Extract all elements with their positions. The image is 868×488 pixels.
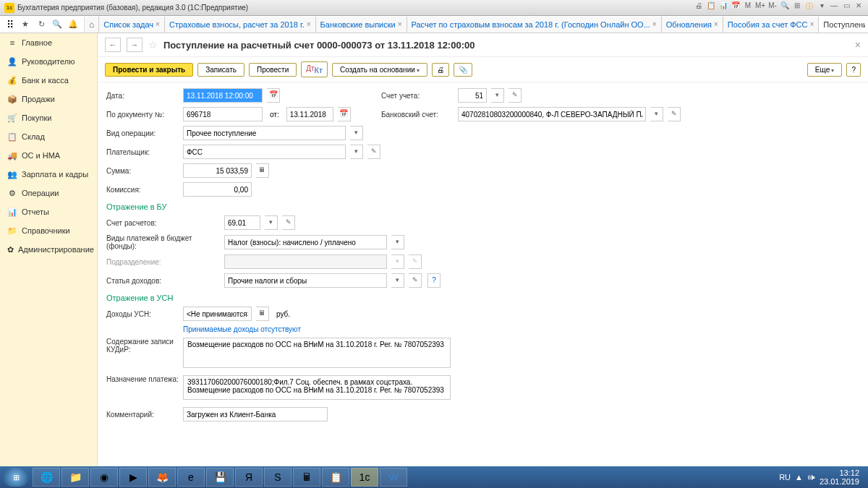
tool-icon[interactable]: 📊 xyxy=(718,1,728,12)
task-yandex[interactable]: Я xyxy=(235,468,263,487)
tray-lang[interactable]: RU xyxy=(779,473,791,481)
apps-menu-icon[interactable]: ⠿ xyxy=(3,17,17,32)
tab-item[interactable]: Банковские выписки× xyxy=(316,17,407,33)
tool-icon[interactable]: ⊞ xyxy=(792,1,802,12)
usn-note-link[interactable]: Принимаемые доходы отсутствуют xyxy=(183,325,859,333)
open-icon[interactable] xyxy=(282,215,295,230)
amount-input[interactable] xyxy=(183,163,252,178)
favorite-icon[interactable]: ☆ xyxy=(148,39,158,51)
usn-income-input[interactable] xyxy=(183,307,252,321)
tray-network-icon[interactable]: 🕪 xyxy=(807,473,815,481)
commission-input[interactable] xyxy=(183,182,252,197)
minimize-btn[interactable]: — xyxy=(829,1,839,12)
create-based-on-button[interactable]: Создать на основании xyxy=(332,63,427,77)
tool-icon[interactable]: М- xyxy=(767,1,778,12)
attach-button[interactable]: 📎 xyxy=(454,63,472,77)
task-1c[interactable]: 1c xyxy=(351,468,378,487)
tool-icon[interactable]: 🖨 xyxy=(694,1,704,12)
dt-kt-button[interactable]: ДтКт xyxy=(301,61,328,77)
close-icon[interactable]: × xyxy=(810,20,814,28)
nav-back-button[interactable]: ← xyxy=(105,38,121,52)
search-icon[interactable]: 🔍 xyxy=(51,18,64,31)
open-icon[interactable] xyxy=(367,145,380,159)
comment-input[interactable] xyxy=(183,407,328,421)
nav-forward-button[interactable]: → xyxy=(127,38,142,52)
account-input[interactable] xyxy=(458,88,487,103)
sidebar-item-admin[interactable]: ✿Администрирование xyxy=(0,240,97,259)
sidebar-item-catalogs[interactable]: 📁Справочники xyxy=(0,221,97,240)
sidebar-item-manager[interactable]: 👤Руководителю xyxy=(0,52,97,71)
open-icon[interactable] xyxy=(409,273,422,288)
dropdown-icon[interactable] xyxy=(391,273,404,288)
payer-input[interactable] xyxy=(183,145,346,159)
dropdown-icon[interactable] xyxy=(350,145,363,159)
submit-close-button[interactable]: Провести и закрыть xyxy=(105,63,193,77)
tool-icon[interactable]: ▾ xyxy=(817,1,827,12)
tool-icon[interactable]: М xyxy=(743,1,753,12)
sidebar-item-sales[interactable]: 📦Продажи xyxy=(0,90,97,108)
tool-icon[interactable]: 🔍 xyxy=(780,1,790,12)
income-article-input[interactable] xyxy=(224,273,387,288)
close-icon[interactable]: × xyxy=(652,20,657,28)
task-firefox[interactable]: 🦊 xyxy=(148,468,176,487)
date-input[interactable] xyxy=(183,88,263,103)
tray-clock[interactable]: 13:12 23.01.2019 xyxy=(820,468,859,486)
print-button[interactable]: 🖨 xyxy=(432,63,449,77)
dropdown-icon[interactable] xyxy=(391,235,404,249)
tab-home[interactable]: ⌂ xyxy=(85,17,99,33)
dropdown-icon[interactable] xyxy=(650,107,663,121)
tab-item[interactable]: Обновления× xyxy=(662,17,723,33)
calendar-icon[interactable] xyxy=(267,88,280,103)
dropdown-icon[interactable] xyxy=(491,88,504,103)
submit-button[interactable]: Провести xyxy=(249,63,297,77)
tab-item[interactable]: Расчет по страховым взносам за 2018 г. (… xyxy=(407,17,662,33)
close-icon[interactable]: × xyxy=(307,20,311,28)
tool-icon[interactable]: М+ xyxy=(755,1,765,12)
calculator-icon[interactable] xyxy=(256,163,269,178)
op-type-input[interactable] xyxy=(183,126,346,140)
maximize-btn[interactable]: ▭ xyxy=(841,1,851,12)
task-media[interactable]: ▶ xyxy=(119,468,147,487)
tab-item[interactable]: Страховые взносы, расчет за 2018 г.× xyxy=(165,17,316,33)
task-chrome[interactable]: ◉ xyxy=(90,468,118,487)
sidebar-item-warehouse[interactable]: 📋Склад xyxy=(0,127,97,146)
task-notes[interactable]: 📋 xyxy=(322,468,349,487)
more-button[interactable]: Еще xyxy=(807,63,843,77)
tool-icon[interactable]: 📋 xyxy=(706,1,716,12)
task-calc[interactable]: 🖩 xyxy=(293,468,320,487)
tab-item-active[interactable]: Поступление на расчетный счет 0000-00007… xyxy=(819,17,865,33)
save-button[interactable]: Записать xyxy=(197,63,244,77)
kudir-textarea[interactable] xyxy=(183,338,451,368)
tool-icon[interactable]: 📅 xyxy=(731,1,741,12)
task-skype[interactable]: S xyxy=(264,468,292,487)
calculator-icon[interactable] xyxy=(256,307,269,321)
dropdown-icon[interactable] xyxy=(265,215,278,230)
bank-account-input[interactable] xyxy=(458,107,646,121)
tool-icon[interactable]: ⓘ xyxy=(804,1,814,12)
help-icon[interactable]: ? xyxy=(427,273,441,288)
sidebar-item-operations[interactable]: ⚙Операции xyxy=(0,184,97,202)
help-button[interactable]: ? xyxy=(846,63,861,77)
tray-flag-icon[interactable]: ▲ xyxy=(795,473,803,481)
sidebar-item-bank[interactable]: 💰Банк и касса xyxy=(0,71,97,90)
sidebar-item-assets[interactable]: 🚚ОС и НМА xyxy=(0,146,97,165)
budget-types-input[interactable] xyxy=(224,235,387,249)
sidebar-item-purchases[interactable]: 🛒Покупки xyxy=(0,108,97,127)
task-save[interactable]: 💾 xyxy=(206,468,234,487)
tab-item[interactable]: Список задач× xyxy=(99,17,165,33)
close-icon[interactable]: × xyxy=(714,20,718,28)
calendar-icon[interactable] xyxy=(338,107,351,121)
sidebar-item-salary[interactable]: 👥Зарплата и кадры xyxy=(0,165,97,184)
tab-item[interactable]: Пособия за счет ФСС× xyxy=(723,17,820,33)
task-ie[interactable]: 🌐 xyxy=(33,468,60,487)
purpose-textarea[interactable] xyxy=(183,375,451,400)
close-document-button[interactable]: × xyxy=(855,39,861,51)
from-date-input[interactable] xyxy=(286,107,333,121)
open-icon[interactable] xyxy=(668,107,681,121)
close-icon[interactable]: × xyxy=(398,20,402,28)
calc-account-input[interactable] xyxy=(224,215,260,230)
doc-num-input[interactable] xyxy=(183,107,263,121)
dropdown-icon[interactable] xyxy=(350,126,363,140)
start-button[interactable]: ⊞ xyxy=(3,468,29,487)
history-icon[interactable]: ↻ xyxy=(35,18,48,31)
